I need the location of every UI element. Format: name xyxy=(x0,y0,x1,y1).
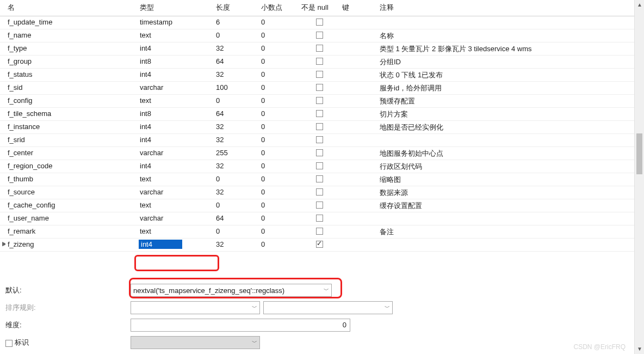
cell-name[interactable]: f_instance xyxy=(5,121,138,133)
table-row[interactable]: f_sourcevarchar320数据来源 xyxy=(0,186,634,199)
cell-key[interactable] xyxy=(340,56,377,68)
cell-notnull[interactable] xyxy=(299,121,340,133)
cell-name[interactable]: f_type xyxy=(5,42,138,55)
identity-field[interactable]: 标识 xyxy=(5,338,131,347)
table-row[interactable]: f_configtext00预缓存配置 xyxy=(0,95,634,108)
table-row[interactable]: f_update_timetimestamp60 xyxy=(0,16,634,29)
cell-comment[interactable]: 数据来源 xyxy=(377,186,634,199)
cell-decimals[interactable]: 0 xyxy=(259,69,299,81)
cell-notnull[interactable] xyxy=(299,225,340,238)
cell-decimals[interactable]: 0 xyxy=(259,121,299,133)
cell-decimals[interactable]: 0 xyxy=(259,186,299,199)
cell-decimals[interactable]: 0 xyxy=(259,108,299,120)
notnull-checkbox[interactable] xyxy=(316,58,323,65)
cell-decimals[interactable]: 0 xyxy=(259,29,299,42)
cell-key[interactable] xyxy=(340,82,377,94)
cell-type[interactable]: int8 xyxy=(138,56,214,68)
cell-type[interactable]: varchar xyxy=(138,186,214,199)
table-row[interactable]: f_sridint4320 xyxy=(0,134,634,147)
cell-comment[interactable] xyxy=(377,212,634,225)
notnull-checkbox[interactable] xyxy=(316,149,323,156)
cell-notnull[interactable] xyxy=(299,212,340,225)
cell-comment[interactable]: 地图是否已经实例化 xyxy=(377,121,634,133)
table-row[interactable]: f_statusint4320状态 0 下线 1已发布 xyxy=(0,69,634,82)
cell-name[interactable]: f_config xyxy=(5,95,138,107)
cell-comment[interactable]: 预缓存配置 xyxy=(377,95,634,107)
table-row[interactable]: f_tile_schemaint8640切片方案 xyxy=(0,108,634,121)
cell-comment[interactable]: 切片方案 xyxy=(377,108,634,120)
table-row[interactable]: f_sidvarchar1000服务id，给外部调用 xyxy=(0,82,634,95)
cell-key[interactable] xyxy=(340,95,377,107)
cell-comment[interactable]: 备注 xyxy=(377,225,634,238)
cell-notnull[interactable] xyxy=(299,134,340,147)
cell-length[interactable]: 32 xyxy=(214,160,259,173)
notnull-checkbox[interactable] xyxy=(316,202,323,209)
identity-checkbox[interactable] xyxy=(5,340,13,347)
cell-comment[interactable]: 类型 1 矢量瓦片 2 影像瓦片 3 tiledservice 4 wms xyxy=(377,42,634,55)
scroll-up-icon[interactable]: ▲ xyxy=(636,1,643,9)
col-key[interactable]: 键 xyxy=(340,0,377,16)
notnull-checkbox[interactable] xyxy=(316,136,323,143)
cell-type[interactable]: int4 xyxy=(138,239,214,251)
cell-length[interactable]: 0 xyxy=(214,225,259,238)
cell-name[interactable]: f_tile_schema xyxy=(5,108,138,120)
table-row[interactable]: f_region_codeint4320行政区划代码 xyxy=(0,160,634,173)
cell-key[interactable] xyxy=(340,42,377,55)
cell-comment[interactable]: 名称 xyxy=(377,29,634,42)
cell-name[interactable]: f_center xyxy=(5,147,138,160)
cell-length[interactable]: 32 xyxy=(214,239,259,251)
cell-decimals[interactable]: 0 xyxy=(259,82,299,94)
collation-combo-2[interactable]: ﹀ xyxy=(263,301,393,314)
cell-key[interactable] xyxy=(340,29,377,42)
cell-name[interactable]: f_update_time xyxy=(5,16,138,29)
cell-decimals[interactable]: 0 xyxy=(259,212,299,225)
cell-comment[interactable]: 服务id，给外部调用 xyxy=(377,82,634,94)
notnull-checkbox[interactable] xyxy=(316,123,323,130)
cell-name[interactable]: f_thumb xyxy=(5,173,138,186)
table-row[interactable]: f_instanceint4320地图是否已经实例化 xyxy=(0,121,634,134)
dimension-input[interactable]: 0 xyxy=(131,319,350,332)
col-decimals[interactable]: 小数点 xyxy=(259,0,299,16)
cell-notnull[interactable] xyxy=(299,95,340,107)
cell-type[interactable]: int8 xyxy=(138,108,214,120)
cell-comment[interactable]: 地图服务初始中心点 xyxy=(377,147,634,160)
cell-comment[interactable] xyxy=(377,134,634,147)
cell-type[interactable]: varchar xyxy=(138,147,214,160)
notnull-checkbox[interactable] xyxy=(316,32,323,39)
cell-decimals[interactable]: 0 xyxy=(259,199,299,212)
cell-notnull[interactable] xyxy=(299,108,340,120)
notnull-checkbox[interactable] xyxy=(316,84,323,91)
cell-length[interactable]: 0 xyxy=(214,173,259,186)
cell-type[interactable]: int4 xyxy=(138,42,214,55)
cell-length[interactable]: 32 xyxy=(214,186,259,199)
cell-comment[interactable] xyxy=(377,16,634,29)
cell-notnull[interactable] xyxy=(299,29,340,42)
cell-key[interactable] xyxy=(340,69,377,81)
cell-length[interactable]: 0 xyxy=(214,29,259,42)
cell-length[interactable]: 32 xyxy=(214,134,259,147)
cell-notnull[interactable] xyxy=(299,82,340,94)
default-value-combo[interactable]: nextval('ts_mapservice_f_zizeng_seq'::re… xyxy=(131,284,332,297)
cell-type[interactable]: int4 xyxy=(138,69,214,81)
col-comment[interactable]: 注释 xyxy=(377,0,634,16)
cell-notnull[interactable] xyxy=(299,186,340,199)
table-row[interactable]: f_groupint8640分组ID xyxy=(0,56,634,69)
cell-notnull[interactable] xyxy=(299,56,340,68)
cell-decimals[interactable]: 0 xyxy=(259,160,299,173)
cell-type[interactable]: text xyxy=(138,95,214,107)
cell-key[interactable] xyxy=(340,121,377,133)
cell-length[interactable]: 32 xyxy=(214,69,259,81)
cell-decimals[interactable]: 0 xyxy=(259,239,299,251)
cell-name[interactable]: f_zizeng xyxy=(5,239,138,251)
cell-name[interactable]: f_cache_config xyxy=(5,199,138,212)
cell-decimals[interactable]: 0 xyxy=(259,56,299,68)
cell-key[interactable] xyxy=(340,186,377,199)
cell-decimals[interactable]: 0 xyxy=(259,134,299,147)
cell-key[interactable] xyxy=(340,147,377,160)
cell-type[interactable]: text xyxy=(138,173,214,186)
cell-type[interactable]: int4 xyxy=(138,160,214,173)
cell-length[interactable]: 6 xyxy=(214,16,259,29)
scroll-thumb[interactable] xyxy=(636,133,642,174)
notnull-checkbox[interactable] xyxy=(316,110,323,117)
table-row[interactable]: f_centervarchar2550地图服务初始中心点 xyxy=(0,147,634,160)
